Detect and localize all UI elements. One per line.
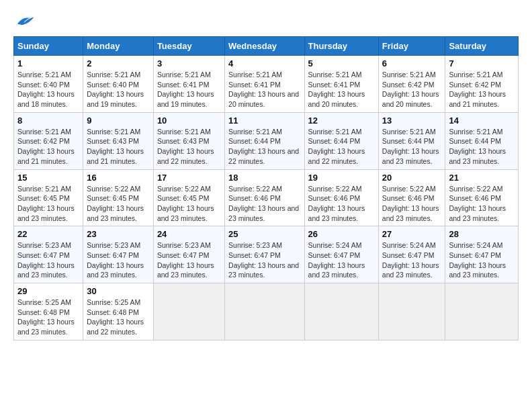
day-info: Sunrise: 5:23 AM Sunset: 6:47 PM Dayligh…: [17, 240, 79, 280]
day-number: 18: [228, 173, 300, 183]
day-number: 27: [382, 229, 442, 239]
day-number: 7: [449, 58, 515, 68]
day-info: Sunrise: 5:21 AM Sunset: 6:42 PM Dayligh…: [382, 70, 442, 109]
day-number: 6: [382, 58, 442, 68]
weekday-header-saturday: Saturday: [445, 37, 519, 56]
weekday-header-monday: Monday: [83, 37, 154, 56]
calendar-cell: 16 Sunrise: 5:22 AM Sunset: 6:45 PM Dayl…: [83, 169, 154, 226]
calendar-table: SundayMondayTuesdayWednesdayThursdayFrid…: [13, 36, 519, 340]
day-info: Sunrise: 5:25 AM Sunset: 6:48 PM Dayligh…: [17, 298, 79, 337]
page-header: [13, 13, 519, 30]
day-info: Sunrise: 5:21 AM Sunset: 6:43 PM Dayligh…: [87, 127, 150, 167]
weekday-header-friday: Friday: [378, 37, 445, 56]
day-info: Sunrise: 5:21 AM Sunset: 6:44 PM Dayligh…: [228, 127, 300, 167]
calendar-cell: 8 Sunrise: 5:21 AM Sunset: 6:42 PM Dayli…: [14, 112, 83, 169]
day-number: 12: [308, 116, 375, 126]
day-info: Sunrise: 5:21 AM Sunset: 6:44 PM Dayligh…: [382, 127, 442, 167]
day-number: 3: [157, 58, 221, 68]
day-number: 28: [449, 229, 515, 239]
day-info: Sunrise: 5:21 AM Sunset: 6:44 PM Dayligh…: [308, 127, 375, 167]
calendar-cell: 12 Sunrise: 5:21 AM Sunset: 6:44 PM Dayl…: [304, 112, 378, 169]
day-number: 22: [17, 229, 79, 239]
calendar-cell: 11 Sunrise: 5:21 AM Sunset: 6:44 PM Dayl…: [225, 112, 304, 169]
logo-bird-icon: [15, 13, 35, 30]
day-number: 23: [87, 229, 150, 239]
calendar-week-2: 8 Sunrise: 5:21 AM Sunset: 6:42 PM Dayli…: [14, 112, 519, 169]
day-info: Sunrise: 5:21 AM Sunset: 6:42 PM Dayligh…: [449, 70, 515, 109]
day-info: Sunrise: 5:21 AM Sunset: 6:41 PM Dayligh…: [228, 70, 300, 109]
day-info: Sunrise: 5:22 AM Sunset: 6:45 PM Dayligh…: [87, 184, 150, 224]
calendar-cell: 17 Sunrise: 5:22 AM Sunset: 6:45 PM Dayl…: [153, 169, 224, 226]
weekday-header-wednesday: Wednesday: [225, 37, 304, 56]
day-info: Sunrise: 5:24 AM Sunset: 6:47 PM Dayligh…: [308, 240, 375, 280]
day-number: 4: [228, 58, 300, 68]
calendar-cell: 14 Sunrise: 5:21 AM Sunset: 6:44 PM Dayl…: [445, 112, 519, 169]
day-number: 19: [308, 173, 375, 183]
calendar-cell: 27 Sunrise: 5:24 AM Sunset: 6:47 PM Dayl…: [378, 226, 445, 283]
day-info: Sunrise: 5:22 AM Sunset: 6:46 PM Dayligh…: [308, 184, 375, 224]
day-info: Sunrise: 5:22 AM Sunset: 6:46 PM Dayligh…: [449, 184, 515, 224]
calendar-cell: 21 Sunrise: 5:22 AM Sunset: 6:46 PM Dayl…: [445, 169, 519, 226]
calendar-cell: 6 Sunrise: 5:21 AM Sunset: 6:42 PM Dayli…: [378, 56, 445, 113]
day-info: Sunrise: 5:23 AM Sunset: 6:47 PM Dayligh…: [228, 240, 300, 280]
calendar-cell: 1 Sunrise: 5:21 AM Sunset: 6:40 PM Dayli…: [14, 56, 83, 113]
day-number: 8: [17, 116, 79, 126]
day-number: 9: [87, 116, 150, 126]
calendar-week-4: 22 Sunrise: 5:23 AM Sunset: 6:47 PM Dayl…: [14, 226, 519, 283]
calendar-cell: 5 Sunrise: 5:21 AM Sunset: 6:41 PM Dayli…: [304, 56, 378, 113]
day-info: Sunrise: 5:21 AM Sunset: 6:41 PM Dayligh…: [308, 70, 375, 109]
calendar-cell: 25 Sunrise: 5:23 AM Sunset: 6:47 PM Dayl…: [225, 226, 304, 283]
calendar-cell: 18 Sunrise: 5:22 AM Sunset: 6:46 PM Dayl…: [225, 169, 304, 226]
calendar-cell: [445, 283, 519, 340]
calendar-cell: 9 Sunrise: 5:21 AM Sunset: 6:43 PM Dayli…: [83, 112, 154, 169]
calendar-cell: [304, 283, 378, 340]
day-info: Sunrise: 5:24 AM Sunset: 6:47 PM Dayligh…: [382, 240, 442, 280]
calendar-cell: 29 Sunrise: 5:25 AM Sunset: 6:48 PM Dayl…: [14, 283, 83, 340]
day-number: 29: [17, 286, 79, 296]
calendar-cell: 3 Sunrise: 5:21 AM Sunset: 6:41 PM Dayli…: [153, 56, 224, 113]
calendar-cell: 30 Sunrise: 5:25 AM Sunset: 6:48 PM Dayl…: [83, 283, 154, 340]
logo: [13, 13, 35, 30]
day-number: 16: [87, 173, 150, 183]
day-info: Sunrise: 5:21 AM Sunset: 6:42 PM Dayligh…: [17, 127, 79, 167]
day-number: 5: [308, 58, 375, 68]
calendar-cell: 20 Sunrise: 5:22 AM Sunset: 6:46 PM Dayl…: [378, 169, 445, 226]
calendar-cell: 10 Sunrise: 5:21 AM Sunset: 6:43 PM Dayl…: [153, 112, 224, 169]
calendar-cell: 24 Sunrise: 5:23 AM Sunset: 6:47 PM Dayl…: [153, 226, 224, 283]
day-info: Sunrise: 5:21 AM Sunset: 6:45 PM Dayligh…: [17, 184, 79, 224]
calendar-cell: 26 Sunrise: 5:24 AM Sunset: 6:47 PM Dayl…: [304, 226, 378, 283]
weekday-header-thursday: Thursday: [304, 37, 378, 56]
day-number: 17: [157, 173, 221, 183]
calendar-cell: [153, 283, 224, 340]
calendar-cell: 13 Sunrise: 5:21 AM Sunset: 6:44 PM Dayl…: [378, 112, 445, 169]
weekday-header-sunday: Sunday: [14, 37, 83, 56]
calendar-cell: 19 Sunrise: 5:22 AM Sunset: 6:46 PM Dayl…: [304, 169, 378, 226]
day-info: Sunrise: 5:21 AM Sunset: 6:40 PM Dayligh…: [87, 70, 150, 109]
day-info: Sunrise: 5:21 AM Sunset: 6:44 PM Dayligh…: [449, 127, 515, 167]
day-info: Sunrise: 5:24 AM Sunset: 6:47 PM Dayligh…: [449, 240, 515, 280]
day-number: 21: [449, 173, 515, 183]
day-info: Sunrise: 5:23 AM Sunset: 6:47 PM Dayligh…: [87, 240, 150, 280]
calendar-cell: 22 Sunrise: 5:23 AM Sunset: 6:47 PM Dayl…: [14, 226, 83, 283]
day-info: Sunrise: 5:23 AM Sunset: 6:47 PM Dayligh…: [157, 240, 221, 280]
weekday-header-row: SundayMondayTuesdayWednesdayThursdayFrid…: [14, 37, 519, 56]
day-number: 14: [449, 116, 515, 126]
calendar-cell: [225, 283, 304, 340]
calendar-cell: [378, 283, 445, 340]
day-info: Sunrise: 5:22 AM Sunset: 6:46 PM Dayligh…: [382, 184, 442, 224]
calendar-cell: 2 Sunrise: 5:21 AM Sunset: 6:40 PM Dayli…: [83, 56, 154, 113]
calendar-cell: 4 Sunrise: 5:21 AM Sunset: 6:41 PM Dayli…: [225, 56, 304, 113]
day-number: 15: [17, 173, 79, 183]
day-number: 26: [308, 229, 375, 239]
calendar-cell: 15 Sunrise: 5:21 AM Sunset: 6:45 PM Dayl…: [14, 169, 83, 226]
day-number: 13: [382, 116, 442, 126]
day-info: Sunrise: 5:21 AM Sunset: 6:40 PM Dayligh…: [17, 70, 79, 109]
calendar-week-3: 15 Sunrise: 5:21 AM Sunset: 6:45 PM Dayl…: [14, 169, 519, 226]
day-info: Sunrise: 5:21 AM Sunset: 6:43 PM Dayligh…: [157, 127, 221, 167]
day-number: 24: [157, 229, 221, 239]
day-info: Sunrise: 5:21 AM Sunset: 6:41 PM Dayligh…: [157, 70, 221, 109]
day-info: Sunrise: 5:25 AM Sunset: 6:48 PM Dayligh…: [87, 298, 150, 337]
weekday-header-tuesday: Tuesday: [153, 37, 224, 56]
day-info: Sunrise: 5:22 AM Sunset: 6:46 PM Dayligh…: [228, 184, 300, 224]
day-number: 25: [228, 229, 300, 239]
